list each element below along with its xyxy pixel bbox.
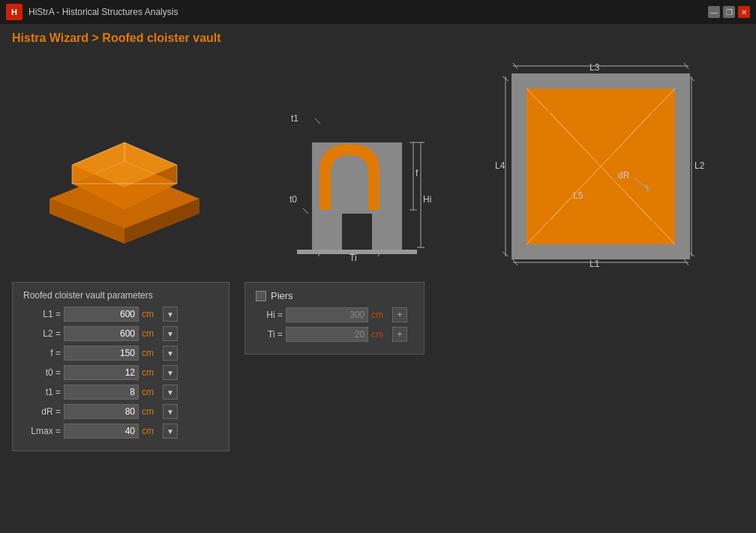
param-row-l2: L2 = cm ▼ — [23, 326, 218, 341]
pier-row-hi: Hi = cm + — [256, 307, 413, 322]
title-bar: H HiStrA - Historical Structures Analysi… — [0, 0, 756, 24]
svg-line-34 — [315, 118, 320, 124]
param-unit-f: cm — [142, 348, 160, 358]
main-content: Histra Wizard > Roofed cloister vault — [0, 24, 756, 459]
param-label-t1: t1 = — [23, 387, 61, 397]
vault-params-panel: Roofed cloister vault parameters L1 = cm… — [12, 282, 230, 451]
breadcrumb-page: Roofed cloister vault — [102, 31, 220, 44]
breadcrumb: Histra Wizard > Roofed cloister vault — [12, 31, 744, 45]
param-unit-t0: cm — [142, 367, 160, 378]
param-dropdown-l2[interactable]: ▼ — [163, 326, 178, 341]
diagrams-row: t1 f Hi Ti — [12, 52, 744, 270]
close-button[interactable]: ✕ — [738, 6, 750, 18]
param-label-l1: L1 = — [23, 309, 61, 319]
pier-label-hi: Hi = — [256, 310, 283, 320]
param-input-f[interactable] — [64, 346, 139, 361]
svg-line-33 — [303, 208, 308, 214]
svg-text:L3: L3 — [590, 62, 600, 73]
param-row-dr: dR = cm ▼ — [23, 404, 218, 419]
svg-text:f: f — [416, 168, 418, 178]
minimize-button[interactable]: — — [708, 6, 720, 18]
param-row-f: f = cm ▼ — [23, 346, 218, 361]
param-dropdown-f[interactable]: ▼ — [163, 346, 178, 361]
pier-input-hi[interactable] — [286, 307, 368, 322]
param-dropdown-lmax[interactable]: ▼ — [163, 424, 178, 439]
param-dropdown-t0[interactable]: ▼ — [163, 365, 178, 380]
svg-text:L1: L1 — [590, 259, 600, 269]
front-diagram: t1 f Hi Ti — [252, 52, 470, 270]
param-unit-t1: cm — [142, 387, 160, 397]
piers-checkbox[interactable] — [256, 291, 266, 301]
iso-view — [12, 52, 237, 270]
svg-rect-28 — [312, 210, 342, 251]
param-dropdown-dr[interactable]: ▼ — [163, 404, 178, 419]
svg-text:L4: L4 — [495, 160, 506, 171]
top-diagram: L3 L2 L4 L1 — [484, 52, 717, 270]
svg-text:L5: L5 — [573, 190, 584, 201]
svg-text:Hi: Hi — [423, 194, 431, 205]
param-unit-l2: cm — [142, 328, 160, 339]
param-label-dr: dR = — [23, 406, 61, 417]
param-label-t0: t0 = — [23, 367, 61, 378]
app-title: HiStrA - Historical Structures Analysis — [28, 7, 178, 17]
param-row-t0: t0 = cm ▼ — [23, 365, 218, 380]
param-label-f: f = — [23, 348, 61, 358]
param-unit-lmax: cm — [142, 426, 160, 436]
piers-header: Piers — [256, 290, 413, 301]
svg-text:Ti: Ti — [350, 253, 357, 263]
param-label-lmax: Lmax = — [23, 426, 61, 436]
pier-input-ti[interactable] — [286, 327, 368, 342]
param-unit-l1: cm — [142, 309, 160, 319]
svg-rect-30 — [297, 250, 417, 254]
window-controls: — ❐ ✕ — [708, 6, 750, 18]
param-row-l1: L1 = cm ▼ — [23, 307, 218, 322]
param-input-dr[interactable] — [64, 404, 139, 419]
svg-rect-29 — [372, 210, 402, 251]
front-view: t1 f Hi Ti — [252, 52, 470, 270]
param-label-l2: L2 = — [23, 328, 61, 339]
pier-unit-hi: cm — [371, 310, 389, 320]
breadcrumb-prefix: Histra Wizard > — [12, 31, 102, 44]
param-input-l2[interactable] — [64, 326, 139, 341]
top-view: L3 L2 L4 L1 — [484, 52, 717, 270]
svg-text:t0: t0 — [290, 194, 297, 205]
params-row: Roofed cloister vault parameters L1 = cm… — [12, 282, 744, 451]
param-row-lmax: Lmax = cm ▼ — [23, 424, 218, 439]
param-input-lmax[interactable] — [64, 424, 139, 439]
svg-text:t1: t1 — [291, 113, 298, 124]
param-dropdown-t1[interactable]: ▼ — [163, 385, 178, 400]
piers-title: Piers — [271, 290, 293, 301]
maximize-button[interactable]: ❐ — [723, 6, 735, 18]
pier-row-ti: Ti = cm + — [256, 327, 413, 342]
param-unit-dr: cm — [142, 406, 160, 417]
param-dropdown-l1[interactable]: ▼ — [163, 307, 178, 322]
pier-label-ti: Ti = — [256, 329, 283, 340]
pier-unit-ti: cm — [371, 329, 389, 340]
iso-diagram — [12, 64, 237, 259]
app-logo: H — [6, 4, 22, 20]
svg-text:L2: L2 — [694, 160, 705, 171]
piers-panel: Piers Hi = cm + Ti = cm + — [244, 282, 424, 355]
param-input-l1[interactable] — [64, 307, 139, 322]
params-panel-title: Roofed cloister vault parameters — [23, 290, 218, 301]
param-input-t0[interactable] — [64, 365, 139, 380]
param-input-t1[interactable] — [64, 385, 139, 400]
pier-btn-hi-up[interactable]: + — [392, 307, 407, 322]
pier-btn-ti-up[interactable]: + — [392, 327, 407, 342]
param-row-t1: t1 = cm ▼ — [23, 385, 218, 400]
svg-text:dR: dR — [618, 170, 630, 181]
